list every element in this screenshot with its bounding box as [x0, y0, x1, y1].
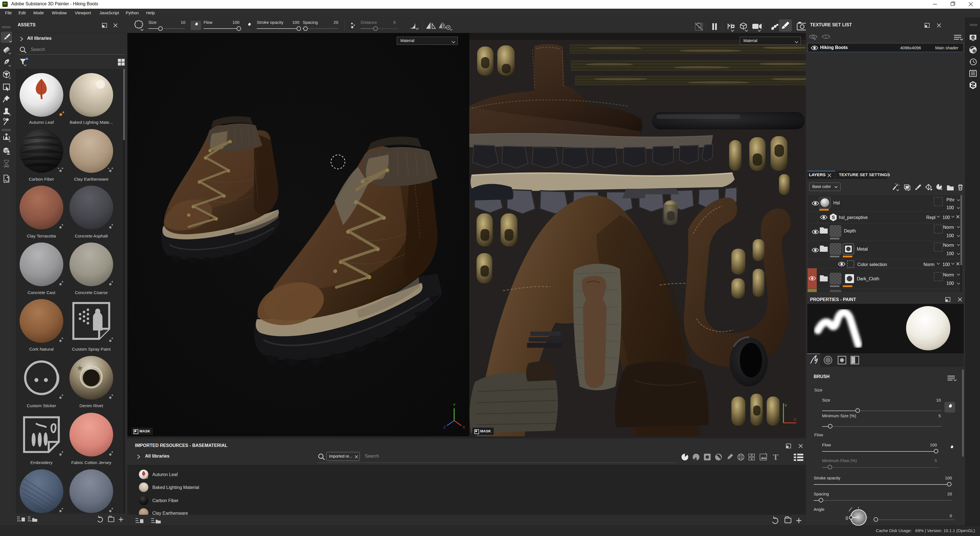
svg-text:Metal: Metal — [857, 247, 868, 251]
svg-text:1: 1 — [825, 35, 827, 39]
svg-text:V: V — [784, 403, 787, 407]
svg-text:100: 100 — [947, 251, 954, 256]
svg-text:Hsl: Hsl — [833, 200, 840, 205]
svg-text:Y: Y — [453, 403, 455, 407]
svg-text:S: S — [832, 215, 835, 220]
svg-text:100: 100 — [942, 262, 950, 267]
svg-text:U: U — [794, 417, 796, 421]
svg-text:Norm: Norm — [943, 243, 954, 248]
svg-text:Norm: Norm — [923, 262, 934, 267]
svg-text:100: 100 — [942, 215, 950, 220]
svg-text:Norm: Norm — [943, 225, 954, 230]
svg-text:Dark_Cloth: Dark_Cloth — [857, 277, 879, 282]
svg-text:Color selection: Color selection — [858, 262, 887, 267]
svg-text:Pthr: Pthr — [947, 197, 955, 202]
svg-text:Z: Z — [444, 425, 446, 429]
svg-text:Depth: Depth — [844, 229, 856, 233]
svg-text:100: 100 — [947, 205, 954, 210]
svg-text:Repl: Repl — [926, 215, 935, 220]
svg-text:hsl_perceptive: hsl_perceptive — [839, 215, 868, 220]
svg-text:X: X — [463, 425, 465, 429]
svg-text:0: 0 — [846, 516, 848, 521]
svg-text:100: 100 — [947, 233, 954, 238]
svg-text:T: T — [773, 452, 778, 461]
svg-text:Norm: Norm — [943, 272, 954, 277]
svg-text:100: 100 — [947, 281, 954, 286]
